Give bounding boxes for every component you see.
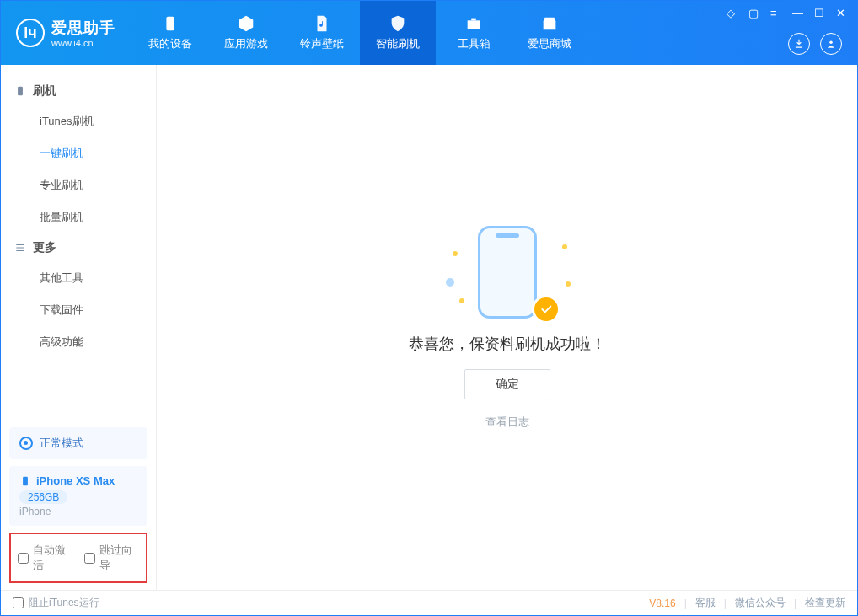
sidebar-group-flash: 刷机 <box>1 77 156 105</box>
success-badge-icon <box>532 295 560 324</box>
phone-graphic <box>478 226 537 319</box>
nav-smart-flash[interactable]: 智能刷机 <box>360 1 436 65</box>
sidebar-item-batch-flash[interactable]: 批量刷机 <box>1 201 156 233</box>
spark-icon <box>453 251 458 256</box>
store-icon <box>540 14 559 33</box>
app-url: www.i4.cn <box>51 38 115 48</box>
sidebar-item-one-click-flash[interactable]: 一键刷机 <box>1 137 156 169</box>
close-icon[interactable]: ✕ <box>835 6 849 19</box>
device-card[interactable]: iPhone XS Max 256GB iPhone <box>9 466 147 526</box>
phone-icon <box>14 85 26 97</box>
block-itunes-checkbox[interactable] <box>13 597 24 608</box>
toolbox-icon <box>464 14 483 33</box>
main-content: 恭喜您，保资料刷机成功啦！ 确定 查看日志 <box>157 65 857 590</box>
nav-toolbox[interactable]: 工具箱 <box>436 1 512 65</box>
sidebar-item-advanced[interactable]: 高级功能 <box>1 326 156 358</box>
version-label: V8.16 <box>649 597 675 609</box>
ok-button[interactable]: 确定 <box>464 369 550 399</box>
auto-activate-input[interactable] <box>18 553 29 564</box>
footer-link-wechat[interactable]: 微信公众号 <box>735 596 786 610</box>
phone-small-icon <box>19 475 31 487</box>
nav-my-device[interactable]: 我的设备 <box>132 1 208 65</box>
sidebar-group-more: 更多 <box>1 233 156 262</box>
sidebar: 刷机 iTunes刷机 一键刷机 专业刷机 批量刷机 更多 其他工具 下载固件 … <box>1 65 157 590</box>
spark-icon <box>562 244 567 249</box>
app-logo: iч 爱思助手 www.i4.cn <box>16 1 115 65</box>
svg-rect-0 <box>166 17 174 31</box>
feedback-icon[interactable]: ▢ <box>748 6 761 19</box>
user-icon <box>825 38 837 50</box>
music-file-icon <box>313 14 331 33</box>
app-name: 爱思助手 <box>51 18 115 38</box>
mode-dot-icon <box>19 437 33 450</box>
skip-guide-input[interactable] <box>84 553 95 564</box>
device-icon <box>161 14 180 33</box>
download-icon <box>793 38 805 50</box>
svg-point-1 <box>829 41 833 45</box>
account-button[interactable] <box>820 33 842 55</box>
window-controls: ◇ ▢ ≡ — ☐ ✕ <box>726 6 849 19</box>
minimize-icon[interactable]: — <box>791 6 805 19</box>
header: iч 爱思助手 www.i4.cn 我的设备 应用游戏 铃声壁纸 智能刷机 工具… <box>1 1 857 65</box>
auto-activate-checkbox[interactable]: 自动激活 <box>18 543 72 573</box>
download-button[interactable] <box>788 33 810 55</box>
spark-icon <box>566 281 571 287</box>
svg-rect-3 <box>23 476 28 485</box>
nav-ringtones-wallpapers[interactable]: 铃声壁纸 <box>284 1 360 65</box>
nav-store[interactable]: 爱思商城 <box>512 1 587 65</box>
device-mode-label: 正常模式 <box>40 436 83 451</box>
svg-rect-2 <box>18 87 23 96</box>
sidebar-item-download-firmware[interactable]: 下载固件 <box>1 294 156 326</box>
header-actions <box>788 33 842 55</box>
spark-icon <box>446 278 454 287</box>
success-illustration <box>444 226 571 319</box>
cube-icon <box>237 14 255 33</box>
device-capacity: 256GB <box>19 490 67 504</box>
logo-icon: iч <box>16 19 45 47</box>
maximize-icon[interactable]: ☐ <box>813 6 827 19</box>
view-log-link[interactable]: 查看日志 <box>485 415 529 430</box>
nav-apps-games[interactable]: 应用游戏 <box>208 1 284 65</box>
nav-tabs: 我的设备 应用游戏 铃声壁纸 智能刷机 工具箱 爱思商城 <box>132 1 587 65</box>
success-message: 恭喜您，保资料刷机成功啦！ <box>409 334 606 354</box>
sidebar-item-pro-flash[interactable]: 专业刷机 <box>1 169 156 201</box>
spark-icon <box>459 298 464 303</box>
shield-refresh-icon <box>389 14 407 33</box>
device-name: iPhone XS Max <box>36 474 115 487</box>
device-type: iPhone <box>19 506 137 517</box>
theme-icon[interactable]: ◇ <box>726 6 739 19</box>
sidebar-item-itunes-flash[interactable]: iTunes刷机 <box>1 105 156 137</box>
sidebar-item-other-tools[interactable]: 其他工具 <box>1 262 156 294</box>
footer-link-update[interactable]: 检查更新 <box>805 596 845 610</box>
list-icon <box>14 242 26 254</box>
skip-guide-checkbox[interactable]: 跳过向导 <box>84 543 139 573</box>
footer-link-support[interactable]: 客服 <box>695 596 716 610</box>
footer: 阻止iTunes运行 V8.16 | 客服 | 微信公众号 | 检查更新 <box>1 590 857 615</box>
device-mode-card[interactable]: 正常模式 <box>9 427 147 459</box>
menu-icon[interactable]: ≡ <box>770 6 783 19</box>
block-itunes-label: 阻止iTunes运行 <box>29 596 99 610</box>
flash-options-highlight: 自动激活 跳过向导 <box>9 533 147 583</box>
